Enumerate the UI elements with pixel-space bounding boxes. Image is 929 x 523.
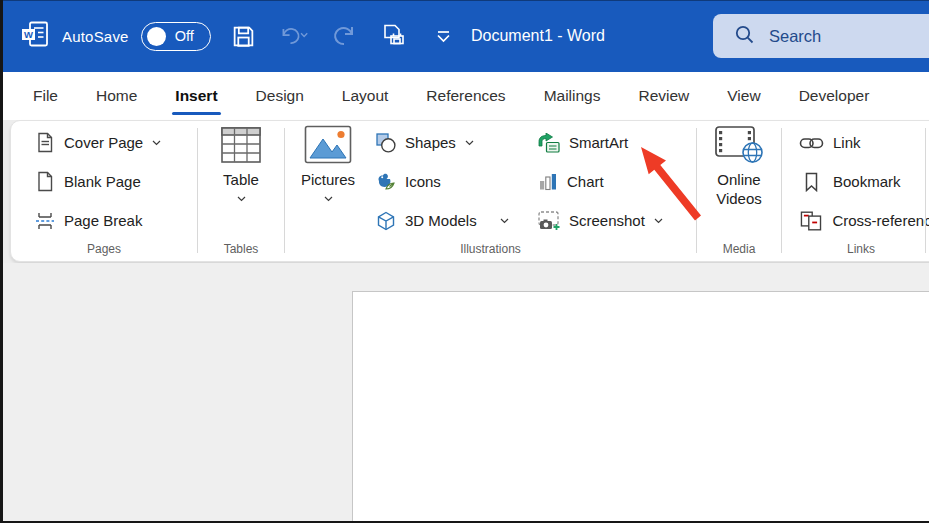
blank-page-icon bbox=[35, 171, 55, 192]
ribbon: Cover Page Blank Page bbox=[0, 120, 929, 263]
shapes-button[interactable]: Shapes bbox=[376, 123, 509, 162]
chevron-down-icon bbox=[500, 218, 509, 224]
ribbon-card: Cover Page Blank Page bbox=[10, 120, 929, 262]
icons-button[interactable]: Icons bbox=[376, 162, 509, 201]
group-media: Online Videos Media bbox=[697, 121, 781, 261]
smartart-button[interactable]: SmartArt bbox=[538, 123, 663, 162]
quick-access-toolbar bbox=[229, 19, 459, 53]
blank-page-button[interactable]: Blank Page bbox=[35, 162, 197, 201]
document-page[interactable] bbox=[352, 291, 929, 523]
table-icon bbox=[220, 125, 262, 165]
cover-page-icon bbox=[35, 132, 55, 153]
shapes-icon bbox=[376, 133, 396, 153]
cross-reference-button[interactable]: Cross-reference bbox=[799, 201, 929, 240]
search-placeholder: Search bbox=[769, 27, 821, 46]
window-edge-left bbox=[0, 0, 3, 523]
3d-models-icon bbox=[376, 211, 396, 231]
toggle-knob bbox=[147, 27, 166, 46]
search-input[interactable]: Search bbox=[713, 14, 929, 58]
tab-mailings[interactable]: Mailings bbox=[525, 72, 620, 120]
customize-qat-chevron-icon[interactable] bbox=[429, 19, 459, 53]
group-caption: Tables bbox=[198, 242, 284, 256]
screenshot-button[interactable]: Screenshot bbox=[538, 201, 663, 240]
group-separator bbox=[925, 128, 926, 253]
chevron-down-icon bbox=[465, 140, 474, 146]
tab-design[interactable]: Design bbox=[237, 72, 323, 120]
redo-icon[interactable] bbox=[329, 19, 359, 53]
cover-page-button[interactable]: Cover Page bbox=[35, 123, 197, 162]
undo-icon[interactable] bbox=[279, 19, 309, 53]
autosave-label: AutoSave bbox=[62, 28, 129, 45]
link-icon bbox=[799, 133, 824, 153]
page-break-button[interactable]: Page Break bbox=[35, 201, 197, 240]
screenshot-icon bbox=[538, 211, 560, 231]
word-window: W AutoSave Off bbox=[0, 0, 929, 523]
chevron-down-icon bbox=[237, 196, 246, 202]
group-caption: Media bbox=[697, 242, 781, 256]
tab-home[interactable]: Home bbox=[77, 72, 156, 120]
svg-text:W: W bbox=[24, 28, 33, 39]
toggle-state-label: Off bbox=[175, 28, 194, 44]
bookmark-button[interactable]: Bookmark bbox=[799, 162, 929, 201]
pictures-button[interactable]: Pictures bbox=[297, 125, 359, 202]
chart-button[interactable]: Chart bbox=[538, 162, 663, 201]
group-tables: Table Tables bbox=[198, 121, 284, 261]
autosave-toggle[interactable]: Off bbox=[141, 22, 211, 51]
tab-review[interactable]: Review bbox=[619, 72, 708, 120]
group-pages: Cover Page Blank Page bbox=[11, 121, 197, 261]
online-videos-icon bbox=[714, 125, 764, 165]
tab-insert[interactable]: Insert bbox=[156, 72, 236, 120]
word-app-icon[interactable]: W bbox=[21, 21, 49, 52]
group-illustrations: Pictures Shapes bbox=[285, 121, 696, 261]
tab-file[interactable]: File bbox=[14, 72, 77, 120]
link-button[interactable]: Link bbox=[799, 123, 929, 162]
smartart-icon bbox=[538, 133, 560, 153]
page-break-icon bbox=[35, 211, 55, 231]
print-preview-icon[interactable] bbox=[379, 19, 409, 53]
ribbon-tabs: File Home Insert Design Layout Reference… bbox=[0, 72, 929, 120]
tab-view[interactable]: View bbox=[708, 72, 779, 120]
document-title: Document1 - Word bbox=[471, 0, 605, 72]
window-edge-top bbox=[0, 0, 929, 1]
tab-layout[interactable]: Layout bbox=[323, 72, 408, 120]
tab-developer[interactable]: Developer bbox=[780, 72, 889, 120]
chevron-down-icon bbox=[324, 196, 333, 202]
3d-models-button[interactable]: 3D Models bbox=[376, 201, 509, 240]
chevron-down-icon bbox=[152, 140, 161, 146]
online-videos-button[interactable]: Online Videos bbox=[697, 125, 781, 208]
search-icon bbox=[734, 24, 755, 49]
save-icon[interactable] bbox=[229, 19, 259, 53]
tab-references[interactable]: References bbox=[407, 72, 524, 120]
title-bar: W AutoSave Off bbox=[0, 0, 929, 72]
table-button[interactable]: Table bbox=[198, 125, 284, 202]
bookmark-icon bbox=[799, 172, 824, 192]
chart-icon bbox=[538, 172, 558, 192]
icons-icon bbox=[376, 172, 396, 192]
cross-reference-icon bbox=[799, 211, 823, 231]
chevron-down-icon bbox=[654, 218, 663, 224]
group-caption: Illustrations bbox=[285, 242, 696, 256]
active-tab-underline bbox=[172, 112, 220, 115]
group-caption: Links bbox=[782, 242, 929, 256]
pictures-icon bbox=[304, 125, 352, 165]
group-links: Link Bookmark bbox=[782, 121, 929, 261]
document-area bbox=[0, 263, 929, 523]
group-caption: Pages bbox=[11, 242, 197, 256]
